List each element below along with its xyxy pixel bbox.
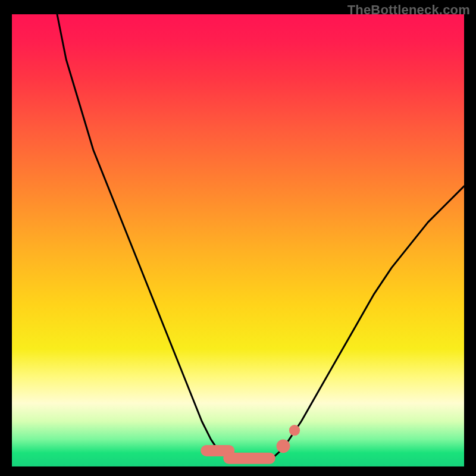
chart-svg — [12, 14, 464, 466]
watermark-text: TheBottleneck.com — [347, 2, 470, 18]
plot-area — [12, 14, 464, 466]
floor-marker-1 — [277, 439, 290, 453]
curve-group — [57, 14, 464, 460]
chart-frame: TheBottleneck.com — [0, 0, 476, 476]
bottleneck-curve — [57, 14, 464, 460]
floor-marker-2 — [289, 425, 300, 436]
band-group — [206, 425, 300, 458]
